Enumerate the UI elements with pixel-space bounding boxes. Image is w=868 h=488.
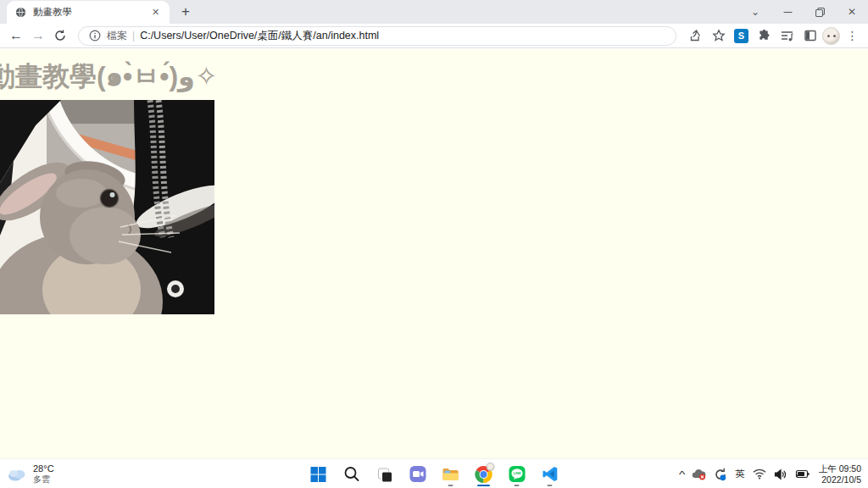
profile-badge [487, 463, 495, 471]
line-app-button[interactable]: LINE [506, 462, 528, 486]
tray-expand-chevron-icon[interactable]: ^ [679, 469, 685, 480]
running-indicator [548, 485, 553, 487]
system-tray: ^ 英 [680, 459, 865, 488]
wifi-icon[interactable] [753, 469, 766, 480]
svg-text:LINE: LINE [513, 471, 520, 475]
bookmark-star-icon[interactable] [708, 25, 729, 47]
start-button[interactable] [308, 462, 330, 486]
weather-condition: 多雲 [33, 474, 54, 485]
globe-favicon-icon [15, 7, 26, 18]
new-tab-button[interactable]: + [175, 1, 197, 23]
search-button[interactable] [341, 462, 363, 486]
side-panel-icon[interactable] [799, 25, 821, 47]
screen: 動畫教學 ✕ + ⌄ ✕ ← → [0, 0, 868, 488]
file-explorer-button[interactable] [440, 462, 462, 486]
profile-avatar[interactable] [822, 27, 840, 45]
address-bar[interactable]: 檔案 | C:/Users/User/OneDrive/桌面/鐵人賽/an/in… [78, 26, 676, 46]
clock-time: 上午 09:50 [819, 463, 861, 474]
battery-charging-icon[interactable] [794, 469, 810, 480]
restore-button[interactable] [804, 0, 836, 24]
back-button[interactable]: ← [5, 25, 27, 47]
windows-taskbar: 28°C 多雲 [0, 458, 868, 488]
teams-chat-button[interactable] [407, 462, 429, 486]
page-info-icon[interactable] [89, 30, 101, 42]
share-icon[interactable] [685, 25, 706, 47]
rabbit-photo [0, 100, 214, 314]
cloud-icon [7, 467, 27, 481]
minimize-button[interactable] [771, 0, 804, 24]
tab-title: 動畫教學 [33, 6, 148, 19]
address-url[interactable]: C:/Users/User/OneDrive/桌面/鐵人賽/an/index.h… [140, 29, 379, 43]
forward-button[interactable]: → [27, 25, 49, 47]
close-window-button[interactable]: ✕ [836, 0, 868, 24]
chrome-menu-icon[interactable]: ⋮ [842, 25, 863, 47]
extensions-puzzle-icon[interactable] [754, 25, 775, 47]
weather-temperature: 28°C [33, 463, 54, 474]
sync-status-icon[interactable] [714, 468, 727, 481]
clock-date: 2022/10/5 [819, 474, 861, 485]
running-indicator [515, 485, 520, 487]
tab-close-icon[interactable]: ✕ [148, 5, 163, 19]
web-page: 動畫教學(๑•̀ㅂ•́)و✧ [0, 49, 868, 458]
media-controls-icon[interactable] [776, 25, 798, 47]
volume-icon[interactable] [774, 469, 787, 480]
chrome-button[interactable] [473, 462, 495, 486]
running-indicator [448, 485, 453, 487]
reload-button[interactable] [49, 25, 71, 47]
browser-toolbar: ← → 檔案 | C:/Users/User/OneDrive/桌面/鐵人賽/a… [0, 24, 868, 48]
taskbar-apps: LINE [308, 462, 561, 486]
onedrive-error-icon[interactable] [692, 469, 706, 480]
task-view-button[interactable] [374, 462, 396, 486]
window-controls: ⌄ ✕ [739, 0, 868, 24]
tab-strip: 動畫教學 ✕ + ⌄ ✕ [0, 0, 868, 24]
skype-extension-icon[interactable]: S [731, 25, 752, 47]
toolbar-actions: S ⋮ [685, 25, 863, 47]
vscode-button[interactable] [539, 462, 561, 486]
active-indicator [477, 485, 490, 487]
tab-search-chevron-icon[interactable]: ⌄ [739, 0, 771, 24]
weather-widget[interactable]: 28°C 多雲 [7, 462, 54, 486]
browser-tab[interactable]: 動畫教學 ✕ [7, 1, 170, 24]
address-divider: | [132, 30, 135, 42]
file-scheme-label: 檔案 [107, 29, 127, 43]
clock[interactable]: 上午 09:50 2022/10/5 [819, 463, 861, 485]
ime-language-indicator[interactable]: 英 [735, 468, 745, 480]
page-heading: 動畫教學(๑•̀ㅂ•́)و✧ [0, 60, 218, 92]
